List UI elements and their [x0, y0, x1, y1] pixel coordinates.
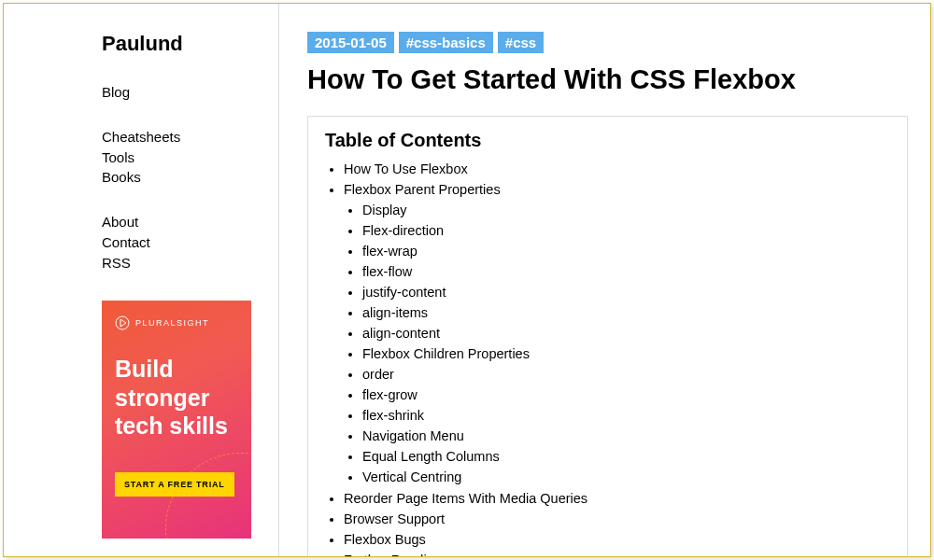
ad-headline: Build stronger tech skills [115, 355, 238, 441]
sidebar-item-contact[interactable]: Contact [102, 232, 278, 253]
pluralsight-icon [115, 315, 130, 330]
post-tag-css[interactable]: #css [498, 32, 544, 53]
page-title: How To Get Started With CSS Flexbox [307, 64, 908, 95]
main-content: 2015-01-05 #css-basics #css How To Get S… [279, 4, 930, 556]
site-title[interactable]: Paulund [102, 32, 278, 56]
toc-link[interactable]: Display [362, 200, 890, 220]
toc-link[interactable]: Browser Support [344, 509, 890, 529]
sidebar-item-about[interactable]: About [102, 212, 278, 232]
sidebar-item-cheatsheets[interactable]: Cheatsheets [102, 127, 278, 147]
sidebar-item-books[interactable]: Books [102, 167, 278, 188]
ad-cta-button[interactable]: START A FREE TRIAL [115, 472, 234, 497]
toc-link[interactable]: Flexbox Children Properties [362, 343, 890, 364]
page-container: Paulund Blog Cheatsheets Tools Books Abo… [3, 3, 931, 557]
toc-link[interactable]: align-items [362, 302, 890, 323]
toc-link[interactable]: Equal Length Columns [362, 446, 890, 467]
toc-link[interactable]: Reorder Page Items With Media Queries [344, 488, 890, 509]
sidebar-item-rss[interactable]: RSS [102, 253, 278, 273]
toc-link-label: Flexbox Parent Properties [344, 182, 501, 197]
nav-group-3: About Contact RSS [102, 212, 278, 273]
toc-link[interactable]: Vertical Centring [362, 467, 890, 487]
toc-link[interactable]: Flexbox Parent Properties Display Flex-d… [344, 179, 890, 487]
toc-link[interactable]: order [362, 364, 890, 385]
sidebar-item-tools[interactable]: Tools [102, 147, 278, 168]
toc-link[interactable]: Flex-direction [362, 220, 890, 241]
toc-link[interactable]: flex-shrink [362, 405, 890, 426]
post-date-tag[interactable]: 2015-01-05 [307, 32, 394, 53]
sidebar: Paulund Blog Cheatsheets Tools Books Abo… [4, 4, 279, 556]
table-of-contents: Table of Contents How To Use Flexbox Fle… [307, 116, 908, 556]
toc-title: Table of Contents [325, 130, 890, 151]
toc-link[interactable]: flex-wrap [362, 241, 890, 261]
toc-list: How To Use Flexbox Flexbox Parent Proper… [325, 159, 890, 556]
toc-link[interactable]: flex-flow [362, 261, 890, 282]
toc-link[interactable]: flex-grow [362, 385, 890, 405]
toc-link[interactable]: justify-content [362, 282, 890, 302]
toc-sublist: Display Flex-direction flex-wrap flex-fl… [344, 200, 890, 487]
nav-group-1: Blog [102, 82, 278, 103]
nav-group-2: Cheatsheets Tools Books [102, 127, 278, 188]
ad-brand: PLURALSIGHT [115, 315, 238, 330]
toc-link[interactable]: Flexbox Bugs [344, 529, 890, 550]
post-tag-css-basics[interactable]: #css-basics [399, 32, 493, 53]
toc-link[interactable]: align-content [362, 323, 890, 343]
toc-link[interactable]: How To Use Flexbox [344, 159, 890, 179]
ad-banner[interactable]: PLURALSIGHT Build stronger tech skills S… [102, 301, 251, 539]
toc-link[interactable]: Further Reading [344, 550, 890, 556]
post-meta: 2015-01-05 #css-basics #css [307, 32, 908, 53]
toc-link[interactable]: Navigation Menu [362, 426, 890, 446]
ad-brand-text: PLURALSIGHT [135, 318, 209, 328]
sidebar-item-blog[interactable]: Blog [102, 82, 278, 103]
